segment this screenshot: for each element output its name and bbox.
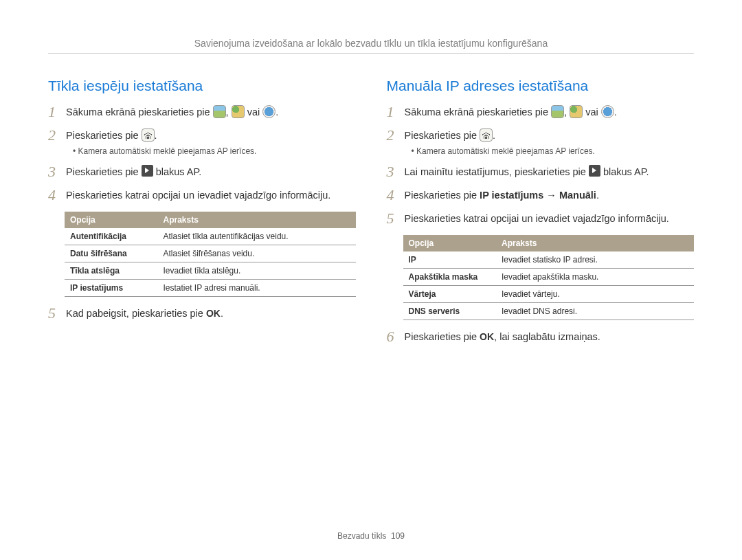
text: . <box>493 130 495 141</box>
text: blakus AP. <box>600 166 649 177</box>
arrow-text: → <box>543 190 559 201</box>
wifi-icon <box>480 128 493 142</box>
ok-icon: OK <box>480 331 494 342</box>
footer: Bezvadu tīkls 109 <box>0 531 742 541</box>
text-bold: Manuāli <box>559 190 596 201</box>
text-bold: IP iestatījums <box>480 190 543 201</box>
table-row: IPIevadiet statisko IP adresi. <box>403 251 695 269</box>
page-header: Savienojuma izveidošana ar lokālo bezvad… <box>48 38 694 54</box>
arrow-icon <box>589 165 600 177</box>
text: Pieskarieties pie <box>405 331 480 342</box>
right-title: Manuāla IP adreses iestatīšana <box>387 78 695 94</box>
text: . <box>221 308 223 319</box>
bullet: • Kamera automātiski meklē pieejamas AP … <box>73 146 356 157</box>
footer-page: 109 <box>391 531 405 541</box>
text: , <box>226 107 232 117</box>
text: Pieskarieties katrai opcijai un ievadiet… <box>66 188 356 203</box>
mode-icon-2 <box>232 105 245 118</box>
step-3: 3 Lai mainītu iestatījumus, pieskarietie… <box>387 165 695 181</box>
text: Pieskarieties pie <box>66 130 142 141</box>
text: blakus AP. <box>153 166 202 177</box>
text: Kad pabeigsit, pieskarieties pie <box>66 308 206 319</box>
table-row: DNS serverisIevadiet DNS adresi. <box>403 303 695 320</box>
step-5: 5 Pieskarieties katrai opcijai un ievadi… <box>387 212 695 228</box>
text: , lai saglabātu izmaiņas. <box>494 331 600 342</box>
table-row: AutentifikācijaAtlasiet tīkla autentifik… <box>65 228 356 245</box>
text: , <box>564 107 570 117</box>
th-desc: Apraksts <box>496 235 694 251</box>
text: Pieskarieties pie <box>405 190 480 201</box>
ok-icon: OK <box>206 308 221 319</box>
step-2: 2 Pieskarieties pie . • Kamera automātis… <box>48 128 356 157</box>
th-option: Opcija <box>65 212 158 228</box>
mode-icon-1 <box>213 105 226 118</box>
left-title: Tīkla iespēju iestatīšana <box>48 78 356 94</box>
bullet: • Kamera automātiski meklē pieejamas AP … <box>412 146 695 157</box>
mode-icon-1 <box>551 105 564 118</box>
step-number: 3 <box>387 164 396 180</box>
step-number: 2 <box>48 127 58 144</box>
text: Pieskarieties katrai opcijai un ievadiet… <box>405 212 695 226</box>
mode-icon-2 <box>570 105 583 118</box>
th-desc: Apraksts <box>158 212 356 228</box>
text: Lai mainītu iestatījumus, pieskarieties … <box>405 166 589 177</box>
step-2: 2 Pieskarieties pie . • Kamera automātis… <box>387 128 695 157</box>
step-number: 1 <box>48 104 58 120</box>
step-5: 5 Kad pabeigsit, pieskarieties pie OK. <box>48 306 356 323</box>
step-6: 6 Pieskarieties pie OK, lai saglabātu iz… <box>387 330 695 346</box>
footer-section: Bezvadu tīkls <box>337 531 386 541</box>
step-4: 4 Pieskarieties pie IP iestatījums → Man… <box>387 188 695 205</box>
options-table-right: Opcija Apraksts IPIevadiet statisko IP a… <box>403 235 695 320</box>
step-4: 4 Pieskarieties katrai opcijai un ievadi… <box>48 188 356 205</box>
right-column: Manuāla IP adreses iestatīšana 1 Sākuma … <box>387 78 695 353</box>
text: vai <box>583 107 601 117</box>
step-1: 1 Sākuma ekrānā pieskarieties pie , vai … <box>48 105 356 122</box>
left-column: Tīkla iespēju iestatīšana 1 Sākuma ekrān… <box>48 78 356 353</box>
arrow-icon <box>142 165 153 177</box>
text: Sākuma ekrānā pieskarieties pie <box>405 107 552 117</box>
step-number: 4 <box>387 187 396 203</box>
text: vai <box>245 107 263 117</box>
text: Sākuma ekrānā pieskarieties pie <box>66 107 213 117</box>
step-3: 3 Pieskarieties pie blakus AP. <box>48 165 356 181</box>
table-row: Apakštīkla maskaIevadiet apakštīkla mask… <box>403 269 695 286</box>
step-number: 1 <box>387 104 396 120</box>
table-row: Datu šifrēšanaAtlasiet šifrēšanas veidu. <box>65 245 356 262</box>
text: . <box>614 107 617 117</box>
text: . <box>596 190 599 201</box>
text: Pieskarieties pie <box>66 166 142 177</box>
th-option: Opcija <box>403 235 497 251</box>
step-number: 5 <box>387 210 396 227</box>
step-number: 3 <box>48 164 58 180</box>
text: Pieskarieties pie <box>405 130 480 141</box>
table-row: IP iestatījumsIestatiet IP adresi manuāl… <box>65 279 356 296</box>
step-number: 5 <box>48 305 58 322</box>
options-table-left: Opcija Apraksts AutentifikācijaAtlasiet … <box>65 212 356 297</box>
wifi-icon <box>142 128 155 142</box>
mode-icon-3 <box>262 105 276 118</box>
text: . <box>276 107 278 117</box>
step-number: 6 <box>387 328 396 345</box>
step-1: 1 Sākuma ekrānā pieskarieties pie , vai … <box>387 105 695 122</box>
step-number: 4 <box>48 187 58 203</box>
mode-icon-3 <box>601 105 614 118</box>
text: . <box>155 130 157 141</box>
table-row: VārtejaIevadiet vārteju. <box>403 286 695 303</box>
step-number: 2 <box>387 127 396 144</box>
table-row: Tīkla atslēgaIevadiet tīkla atslēgu. <box>65 262 356 279</box>
